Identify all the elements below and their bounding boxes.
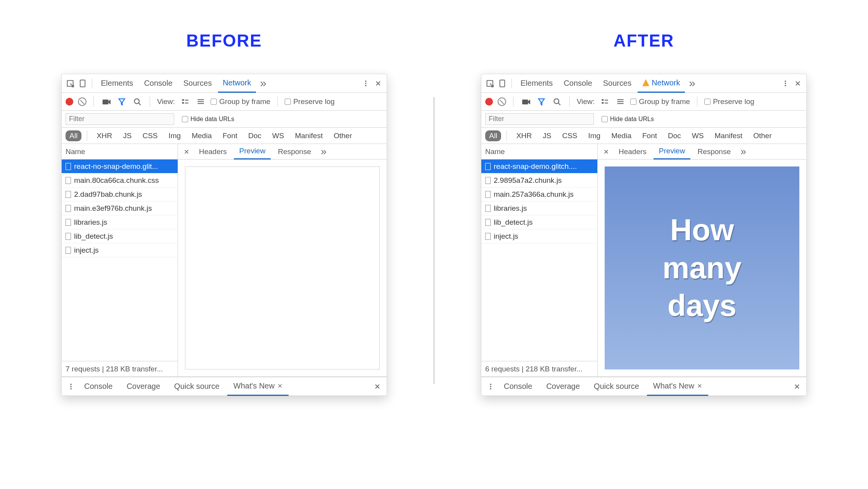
- small-rows-icon[interactable]: [615, 96, 626, 107]
- type-filter-ws[interactable]: WS: [268, 130, 288, 141]
- type-filter-css[interactable]: CSS: [138, 130, 161, 141]
- type-filter-media[interactable]: Media: [607, 130, 635, 141]
- name-column-header[interactable]: Name: [481, 144, 597, 160]
- inspect-icon[interactable]: [484, 78, 495, 89]
- type-filter-js[interactable]: JS: [539, 130, 555, 141]
- response-tab-headers[interactable]: Headers: [613, 144, 652, 160]
- request-row[interactable]: lib_detect.js: [62, 229, 178, 243]
- drawer-tab-quick-source[interactable]: Quick source: [588, 377, 645, 396]
- large-rows-icon[interactable]: [599, 96, 610, 107]
- request-row[interactable]: react-snap-demo.glitch....: [481, 160, 597, 173]
- type-filter-xhr[interactable]: XHR: [93, 130, 116, 141]
- type-filter-other[interactable]: Other: [749, 130, 776, 141]
- kebab-menu-icon[interactable]: [780, 78, 791, 89]
- panel-tab-console[interactable]: Console: [559, 74, 597, 93]
- camera-icon[interactable]: [520, 96, 531, 107]
- drawer-menu-icon[interactable]: [485, 381, 496, 392]
- more-response-tabs-icon[interactable]: [738, 146, 749, 157]
- close-drawer-icon[interactable]: [792, 381, 802, 392]
- type-filter-manifest[interactable]: Manifest: [711, 130, 746, 141]
- type-filter-img[interactable]: Img: [165, 130, 185, 141]
- request-row[interactable]: main.80ca66ca.chunk.css: [62, 173, 178, 187]
- drawer-tab-what-s-new[interactable]: What's New×: [647, 377, 708, 396]
- filter-input[interactable]: [485, 113, 594, 125]
- request-row[interactable]: inject.js: [481, 229, 597, 243]
- name-column-header[interactable]: Name: [62, 144, 178, 160]
- request-row[interactable]: inject.js: [62, 243, 178, 257]
- preserve-log-checkbox[interactable]: Preserve log: [704, 97, 754, 106]
- request-row[interactable]: 2.dad97bab.chunk.js: [62, 187, 178, 201]
- more-tabs-icon[interactable]: [258, 78, 268, 89]
- drawer-tab-coverage[interactable]: Coverage: [120, 377, 166, 396]
- more-response-tabs-icon[interactable]: [318, 146, 329, 157]
- filter-toggle-icon[interactable]: [116, 96, 127, 107]
- preserve-log-checkbox[interactable]: Preserve log: [285, 97, 335, 106]
- small-rows-icon[interactable]: [195, 96, 206, 107]
- response-tab-preview[interactable]: Preview: [654, 144, 691, 160]
- panel-tab-elements[interactable]: Elements: [96, 74, 138, 93]
- request-row[interactable]: libraries.js: [481, 201, 597, 215]
- group-by-frame-checkbox[interactable]: Group by frame: [211, 97, 270, 106]
- more-tabs-icon[interactable]: [686, 78, 697, 89]
- drawer-tab-quick-source[interactable]: Quick source: [168, 377, 226, 396]
- type-filter-all[interactable]: All: [66, 130, 81, 141]
- type-filter-img[interactable]: Img: [584, 130, 605, 141]
- panel-tab-sources[interactable]: Sources: [179, 74, 216, 93]
- close-response-icon[interactable]: [601, 146, 612, 157]
- panel-tab-network[interactable]: Network: [638, 74, 685, 93]
- response-tab-preview[interactable]: Preview: [234, 144, 271, 160]
- device-toggle-icon[interactable]: [497, 78, 508, 89]
- close-drawer-tab-icon[interactable]: ×: [278, 381, 282, 390]
- type-filter-font[interactable]: Font: [219, 130, 241, 141]
- type-filter-font[interactable]: Font: [638, 130, 661, 141]
- panel-tab-console[interactable]: Console: [139, 74, 177, 93]
- drawer-tab-what-s-new[interactable]: What's New×: [227, 377, 289, 396]
- close-response-icon[interactable]: [181, 146, 192, 157]
- type-filter-xhr[interactable]: XHR: [512, 130, 536, 141]
- request-row[interactable]: lib_detect.js: [481, 215, 597, 229]
- inspect-icon[interactable]: [65, 78, 76, 89]
- type-filter-ws[interactable]: WS: [688, 130, 708, 141]
- request-row[interactable]: 2.9895a7a2.chunk.js: [481, 173, 597, 187]
- group-by-frame-checkbox[interactable]: Group by frame: [630, 97, 690, 106]
- close-drawer-icon[interactable]: [372, 381, 383, 392]
- drawer-tab-console[interactable]: Console: [498, 377, 538, 396]
- close-drawer-tab-icon[interactable]: ×: [697, 381, 702, 390]
- response-tab-headers[interactable]: Headers: [194, 144, 232, 160]
- camera-icon[interactable]: [101, 96, 112, 107]
- request-row[interactable]: main.e3ef976b.chunk.js: [62, 201, 178, 215]
- panel-tab-elements[interactable]: Elements: [516, 74, 557, 93]
- response-tab-response[interactable]: Response: [272, 144, 316, 160]
- close-panel-icon[interactable]: [792, 78, 803, 89]
- type-filter-other[interactable]: Other: [330, 130, 356, 141]
- record-button[interactable]: [66, 98, 73, 106]
- panel-tab-network[interactable]: Network: [218, 74, 256, 93]
- large-rows-icon[interactable]: [180, 96, 190, 107]
- drawer-tab-console[interactable]: Console: [78, 377, 119, 396]
- kebab-menu-icon[interactable]: [360, 78, 371, 89]
- response-tab-response[interactable]: Response: [692, 144, 736, 160]
- type-filter-css[interactable]: CSS: [558, 130, 581, 141]
- request-row[interactable]: react-no-snap-demo.glit...: [62, 160, 178, 173]
- request-row[interactable]: main.257a366a.chunk.js: [481, 187, 597, 201]
- drawer-tab-coverage[interactable]: Coverage: [540, 377, 586, 396]
- record-button[interactable]: [485, 98, 493, 106]
- filter-toggle-icon[interactable]: [536, 96, 547, 107]
- clear-button[interactable]: [498, 97, 506, 106]
- type-filter-all[interactable]: All: [485, 130, 501, 141]
- type-filter-doc[interactable]: Doc: [244, 130, 265, 141]
- type-filter-doc[interactable]: Doc: [664, 130, 685, 141]
- search-icon[interactable]: [552, 96, 562, 107]
- close-panel-icon[interactable]: [373, 78, 384, 89]
- hide-data-urls-checkbox[interactable]: Hide data URLs: [602, 116, 654, 123]
- panel-tab-sources[interactable]: Sources: [598, 74, 636, 93]
- type-filter-manifest[interactable]: Manifest: [291, 130, 327, 141]
- type-filter-media[interactable]: Media: [188, 130, 216, 141]
- drawer-menu-icon[interactable]: [66, 381, 76, 392]
- request-row[interactable]: libraries.js: [62, 215, 178, 229]
- type-filter-js[interactable]: JS: [119, 130, 135, 141]
- search-icon[interactable]: [132, 96, 143, 107]
- clear-button[interactable]: [78, 97, 86, 106]
- device-toggle-icon[interactable]: [77, 78, 88, 89]
- hide-data-urls-checkbox[interactable]: Hide data URLs: [182, 116, 234, 123]
